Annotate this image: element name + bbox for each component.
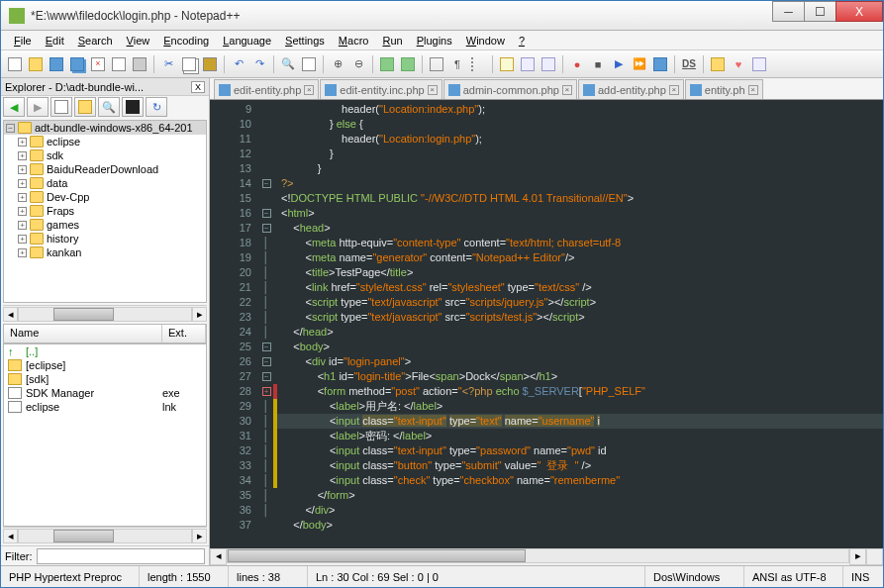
sync-v-icon[interactable]: [377, 54, 397, 74]
favorites-icon[interactable]: ♥: [729, 54, 748, 74]
menu-file[interactable]: File: [7, 33, 39, 49]
undo-icon[interactable]: ↶: [229, 54, 248, 74]
nav-refresh-button[interactable]: ↻: [146, 97, 167, 117]
func-list-icon[interactable]: [539, 54, 558, 74]
tab-file-icon: [325, 84, 337, 96]
replace-icon[interactable]: [299, 54, 319, 74]
file-tab[interactable]: entity.ph×: [685, 79, 763, 99]
indent-guide-icon[interactable]: [468, 54, 488, 74]
stop-macro-icon[interactable]: ■: [588, 54, 608, 74]
cut-icon[interactable]: ✂: [158, 54, 178, 74]
dspellcheck-icon[interactable]: DS: [679, 54, 699, 74]
close-all-icon[interactable]: [109, 54, 129, 74]
code-content[interactable]: header("Location:index.php"); } else { h…: [277, 100, 883, 548]
nav-new-file-button[interactable]: [50, 97, 72, 117]
filelist-item[interactable]: eclipselnk: [4, 400, 206, 414]
file-tab[interactable]: edit-entity.php×: [214, 79, 319, 99]
app-icon: [9, 8, 25, 24]
menu-settings[interactable]: Settings: [278, 33, 332, 49]
filelist-item[interactable]: SDK Managerexe: [4, 386, 206, 400]
file-list[interactable]: ↑[..][eclipse][sdk]SDK Managerexeeclipse…: [3, 343, 207, 527]
minimize-button[interactable]: ─: [772, 1, 805, 22]
tree-item[interactable]: +games: [4, 218, 206, 232]
tree-item[interactable]: +kankan: [4, 245, 206, 259]
nav-new-folder-button[interactable]: [74, 97, 96, 117]
play-multi-icon[interactable]: ⏩: [630, 54, 649, 74]
wrap-icon[interactable]: [427, 54, 446, 74]
sync-h-icon[interactable]: [398, 54, 418, 74]
paste-icon[interactable]: [200, 54, 220, 74]
filelist-item[interactable]: [sdk]: [4, 372, 206, 386]
explorer-icon[interactable]: [708, 54, 728, 74]
editor-area: edit-entity.php×edit-entity.inc.php×admi…: [210, 78, 883, 565]
tab-close-icon[interactable]: ×: [748, 85, 758, 95]
filelist-hscroll[interactable]: ◂ ▸: [3, 527, 207, 543]
copy-icon[interactable]: [179, 54, 199, 74]
fold-column[interactable]: −−−│││││││−−−+││││││││: [259, 100, 273, 548]
close-file-icon[interactable]: ×: [88, 54, 108, 74]
tab-close-icon[interactable]: ×: [669, 85, 679, 95]
print-icon[interactable]: [130, 54, 149, 74]
show-all-chars-icon[interactable]: ¶: [447, 54, 467, 74]
play-macro-icon[interactable]: ▶: [609, 54, 629, 74]
tree-item[interactable]: +Fraps: [4, 204, 206, 218]
toolbar: × ✂ ↶ ↷ 🔍 ⊕ ⊖ ¶ ● ■ ▶ ⏩ DS: [1, 50, 883, 78]
save-icon[interactable]: [47, 54, 66, 74]
doc-map-icon[interactable]: [518, 54, 538, 74]
nav-back-button[interactable]: ◀: [3, 97, 25, 117]
tree-item[interactable]: +data: [4, 176, 206, 190]
explorer-nav: ◀ ▶ 🔍 ↻: [1, 96, 209, 118]
redo-icon[interactable]: ↷: [249, 54, 269, 74]
tree-item[interactable]: +Dev-Cpp: [4, 190, 206, 204]
file-tab[interactable]: add-entity.php×: [578, 79, 684, 99]
menu-language[interactable]: Language: [216, 33, 278, 49]
nav-find-button[interactable]: 🔍: [98, 97, 120, 117]
menu-macro[interactable]: Macro: [332, 33, 376, 49]
file-tab[interactable]: edit-entity.inc.php×: [320, 79, 442, 99]
tree-item[interactable]: +sdk: [4, 148, 206, 162]
nav-fwd-button[interactable]: ▶: [27, 97, 49, 117]
find-icon[interactable]: 🔍: [278, 54, 298, 74]
menu-search[interactable]: Search: [71, 33, 120, 49]
tree-root[interactable]: −adt-bundle-windows-x86_64-201: [4, 121, 206, 135]
code-editor[interactable]: 9101112131415161718192021222324252627282…: [210, 100, 883, 548]
record-macro-icon[interactable]: ●: [567, 54, 587, 74]
filelist-item[interactable]: [eclipse]: [4, 358, 206, 372]
titlebar[interactable]: *E:\www\filedock\login.php - Notepad++ ─…: [1, 1, 883, 31]
col-ext[interactable]: Ext.: [162, 325, 206, 343]
tree-hscroll[interactable]: ◂ ▸: [3, 305, 207, 322]
save-all-icon[interactable]: [67, 54, 87, 74]
compare-icon[interactable]: [749, 54, 769, 74]
menu-window[interactable]: Window: [459, 33, 512, 49]
zoom-out-icon[interactable]: ⊖: [348, 54, 368, 74]
menu-edit[interactable]: Edit: [39, 33, 71, 49]
save-macro-icon[interactable]: [650, 54, 670, 74]
maximize-button[interactable]: ☐: [804, 1, 836, 22]
filter-label: Filter:: [5, 550, 33, 562]
editor-hscroll[interactable]: ◂ ▸: [210, 548, 883, 565]
menu-run[interactable]: Run: [375, 33, 409, 49]
nav-terminal-button[interactable]: [122, 97, 144, 117]
col-name[interactable]: Name: [4, 325, 162, 343]
tree-item[interactable]: +BaiduReaderDownload: [4, 162, 206, 176]
open-file-icon[interactable]: [26, 54, 46, 74]
filter-row: Filter:: [1, 545, 209, 565]
folder-tree[interactable]: −adt-bundle-windows-x86_64-201+eclipse+s…: [3, 120, 207, 303]
new-file-icon[interactable]: [5, 54, 25, 74]
tab-close-icon[interactable]: ×: [304, 85, 314, 95]
menu-view[interactable]: View: [120, 33, 157, 49]
close-button[interactable]: X: [835, 1, 883, 22]
tree-item[interactable]: +history: [4, 232, 206, 245]
menu-encoding[interactable]: Encoding: [156, 33, 216, 49]
file-tab[interactable]: admin-common.php×: [443, 79, 577, 99]
filelist-item[interactable]: ↑[..]: [4, 344, 206, 358]
explorer-close-button[interactable]: X: [191, 81, 205, 93]
tab-close-icon[interactable]: ×: [428, 85, 438, 95]
zoom-in-icon[interactable]: ⊕: [328, 54, 347, 74]
tree-item[interactable]: +eclipse: [4, 135, 206, 148]
tab-close-icon[interactable]: ×: [562, 85, 572, 95]
menu-[interactable]: ?: [512, 33, 532, 49]
menu-plugins[interactable]: Plugins: [410, 33, 459, 49]
lang-icon[interactable]: [497, 54, 517, 74]
filter-input[interactable]: [37, 548, 206, 564]
